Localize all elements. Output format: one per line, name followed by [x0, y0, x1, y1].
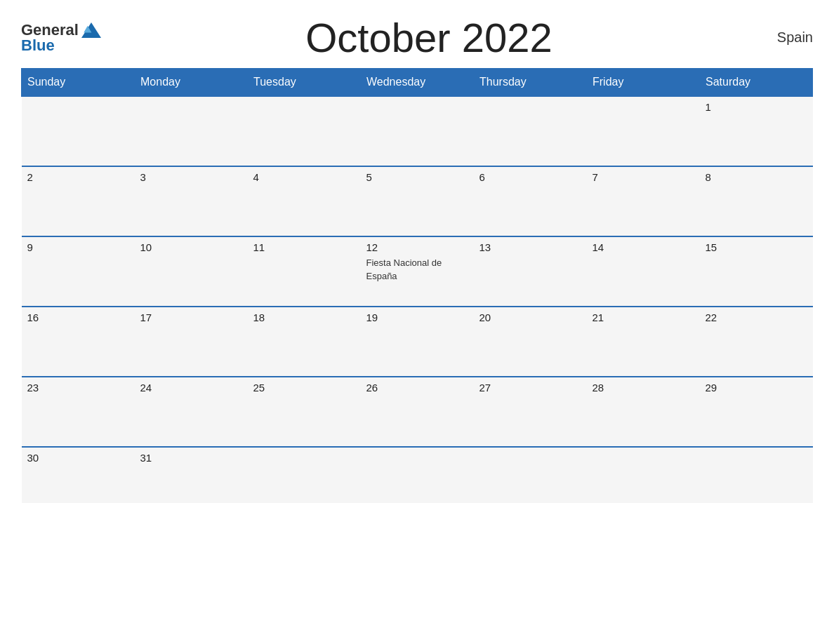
calendar-week-row: 23242526272829: [22, 377, 813, 447]
calendar-cell: 6: [474, 166, 587, 236]
calendar-cell: [248, 96, 361, 166]
calendar-cell: 12Fiesta Nacional de España: [361, 236, 474, 307]
calendar-cell: [587, 96, 700, 166]
weekday-header-saturday: Saturday: [700, 69, 813, 97]
calendar-cell: 9: [22, 236, 135, 307]
calendar-cell: 8: [700, 166, 813, 236]
calendar-cell: [248, 447, 361, 503]
day-number: 8: [706, 171, 807, 183]
country-label: Spain: [757, 29, 813, 46]
calendar-table: SundayMondayTuesdayWednesdayThursdayFrid…: [21, 68, 813, 503]
calendar-cell: 23: [22, 377, 135, 447]
day-number: 23: [27, 382, 129, 394]
day-number: 12: [366, 241, 468, 253]
day-number: 7: [593, 171, 694, 183]
calendar-week-row: 16171819202122: [22, 307, 813, 377]
calendar-cell: [474, 96, 587, 166]
calendar-week-row: 9101112Fiesta Nacional de España131415: [22, 236, 813, 307]
day-number: 20: [479, 311, 581, 323]
weekday-header-wednesday: Wednesday: [361, 69, 474, 97]
weekday-header-tuesday: Tuesday: [248, 69, 361, 97]
calendar-cell: 20: [474, 307, 587, 377]
day-number: 22: [706, 311, 807, 323]
page-header: General Blue October 2022 Spain: [21, 14, 813, 61]
weekday-header-thursday: Thursday: [474, 69, 587, 97]
day-number: 13: [479, 241, 581, 253]
day-number: 16: [27, 311, 129, 323]
day-number: 25: [253, 382, 355, 394]
calendar-cell: 24: [135, 377, 248, 447]
calendar-cell: 29: [700, 377, 813, 447]
calendar-cell: 22: [700, 307, 813, 377]
calendar-week-row: 2345678: [22, 166, 813, 236]
calendar-cell: 26: [361, 377, 474, 447]
day-number: 26: [366, 382, 468, 394]
logo: General Blue: [21, 22, 101, 53]
calendar-cell: [361, 447, 474, 503]
day-number: 19: [366, 311, 468, 323]
calendar-cell: 27: [474, 377, 587, 447]
day-number: 18: [253, 311, 355, 323]
logo-blue-text: Blue: [21, 36, 55, 54]
day-number: 21: [593, 311, 694, 323]
day-number: 17: [140, 311, 242, 323]
day-number: 3: [140, 171, 242, 183]
day-number: 6: [479, 171, 581, 183]
weekday-header-monday: Monday: [135, 69, 248, 97]
calendar-cell: 16: [22, 307, 135, 377]
day-number: 10: [140, 241, 242, 253]
calendar-cell: [587, 447, 700, 503]
calendar-cell: 2: [22, 166, 135, 236]
logo-general-text: General: [21, 22, 79, 38]
day-number: 30: [27, 452, 129, 464]
calendar-cell: 21: [587, 307, 700, 377]
calendar-cell: 3: [135, 166, 248, 236]
day-number: 27: [479, 382, 581, 394]
weekday-header-sunday: Sunday: [22, 69, 135, 97]
calendar-week-row: 3031: [22, 447, 813, 503]
day-number: 15: [706, 241, 807, 253]
calendar-cell: 1: [700, 96, 813, 166]
calendar-cell: 30: [22, 447, 135, 503]
day-number: 31: [140, 452, 242, 464]
calendar-cell: 11: [248, 236, 361, 307]
logo-icon: [81, 22, 101, 38]
calendar-cell: [474, 447, 587, 503]
day-number: 2: [27, 171, 129, 183]
day-number: 9: [27, 241, 129, 253]
calendar-cell: [700, 447, 813, 503]
day-number: 5: [366, 171, 468, 183]
weekday-header-row: SundayMondayTuesdayWednesdayThursdayFrid…: [22, 69, 813, 97]
svg-marker-0: [81, 22, 101, 38]
calendar-week-row: 1: [22, 96, 813, 166]
calendar-cell: 18: [248, 307, 361, 377]
calendar-cell: 14: [587, 236, 700, 307]
event-label: Fiesta Nacional de España: [366, 257, 442, 281]
logo-triangle-icon: [81, 22, 101, 38]
day-number: 24: [140, 382, 242, 394]
calendar-cell: 31: [135, 447, 248, 503]
calendar-cell: 10: [135, 236, 248, 307]
calendar-cell: [361, 96, 474, 166]
weekday-header-friday: Friday: [587, 69, 700, 97]
calendar-cell: 17: [135, 307, 248, 377]
month-title: October 2022: [101, 14, 757, 61]
calendar-cell: 5: [361, 166, 474, 236]
day-number: 29: [706, 382, 807, 394]
calendar-cell: 28: [587, 377, 700, 447]
day-number: 28: [593, 382, 694, 394]
calendar-cell: 7: [587, 166, 700, 236]
calendar-cell: 15: [700, 236, 813, 307]
calendar-cell: [135, 96, 248, 166]
calendar-cell: [22, 96, 135, 166]
day-number: 11: [253, 241, 355, 253]
day-number: 4: [253, 171, 355, 183]
day-number: 1: [706, 101, 807, 113]
calendar-cell: 13: [474, 236, 587, 307]
calendar-cell: 25: [248, 377, 361, 447]
calendar-cell: 19: [361, 307, 474, 377]
day-number: 14: [593, 241, 694, 253]
calendar-cell: 4: [248, 166, 361, 236]
